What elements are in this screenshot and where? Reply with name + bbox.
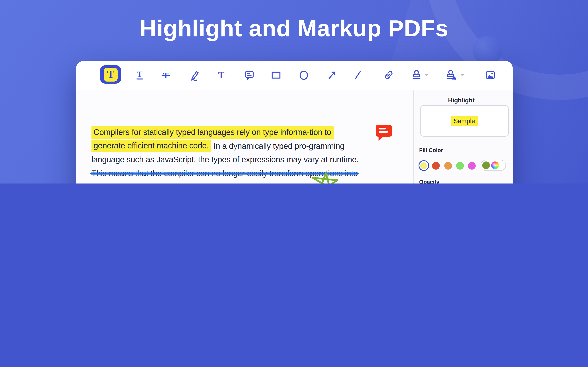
color-swatch-green[interactable] [456, 162, 464, 169]
ellipse-icon [298, 70, 309, 81]
svg-text:T: T [137, 70, 143, 79]
page-title: Highlight and Markup PDFs [0, 15, 588, 42]
swatch-dot [420, 162, 427, 169]
star-annotation[interactable] [312, 173, 338, 184]
color-swatch-magenta[interactable] [468, 162, 476, 169]
highlight-tool-button[interactable]: T [100, 65, 121, 83]
fill-color-label: Fill Color [419, 147, 443, 153]
add-text-icon: T [216, 70, 227, 81]
color-swatch-orange[interactable] [444, 162, 452, 169]
highlight-properties-panel: Highlight Sample Fill Color Opacity [414, 90, 513, 184]
comment-tool-icon [244, 70, 255, 81]
text-run: language such as JavaScript, the types o… [91, 155, 359, 165]
arrow-tool-button[interactable] [323, 67, 341, 84]
line-tool-button[interactable] [349, 67, 367, 84]
text-line: language such as JavaScript, the types o… [91, 153, 359, 167]
rectangle-icon [271, 70, 281, 81]
image-tool-button[interactable] [481, 67, 499, 84]
stamp-tool-button[interactable] [407, 67, 425, 84]
color-swatch-yellow-selected[interactable] [418, 160, 429, 171]
highlight-tool-icon: T [104, 67, 118, 81]
sample-highlighted-text: Sample [450, 116, 478, 126]
custom-stamp-icon [445, 70, 457, 81]
rectangle-tool-button[interactable] [267, 67, 285, 84]
highlight-annotation[interactable]: Compilers for statically typed languages… [91, 126, 334, 139]
sample-preview-box: Sample [420, 105, 509, 137]
stamp-dropdown-caret[interactable] [424, 74, 428, 76]
highlight-annotation[interactable]: generate efficient machine code. [91, 140, 211, 152]
annotation-toolbar: T T T [76, 61, 513, 90]
pdf-page: Compilers for statically typed languages… [76, 90, 413, 184]
pencil-icon [190, 70, 200, 81]
underline-tool-button[interactable]: T [131, 67, 149, 84]
text-line: generate efficient machine code. In a dy… [91, 139, 359, 153]
stamp-icon [411, 70, 422, 81]
color-wheel-picker-icon[interactable] [491, 161, 499, 169]
text-line: Compilers for statically typed languages… [91, 125, 359, 139]
line-icon [352, 70, 363, 81]
strikethrough-tool-button[interactable]: T [157, 67, 175, 84]
ellipse-tool-button[interactable] [295, 67, 313, 84]
custom-stamp-dropdown-caret[interactable] [460, 74, 464, 76]
comment-tool-button[interactable] [241, 67, 259, 84]
text-run: In a dynamically typed pro-gramming [211, 142, 345, 151]
custom-stamp-tool-button[interactable] [442, 67, 460, 84]
link-icon [383, 70, 394, 81]
svg-text:T: T [218, 70, 225, 80]
comment-annotation[interactable] [376, 125, 392, 143]
marketing-banner: Highlight and Markup PDFs T T T [0, 0, 588, 184]
link-tool-button[interactable] [380, 67, 398, 84]
pdf-editor-window: T T T [76, 61, 513, 184]
text-tool-button[interactable]: T [212, 67, 230, 84]
pencil-tool-button[interactable] [186, 67, 204, 84]
insert-image-icon [485, 70, 496, 81]
comment-icon [376, 125, 392, 142]
opacity-label: Opacity [419, 179, 439, 184]
color-swatch-red[interactable] [432, 162, 440, 169]
text-run: machine instructions that operate on one… [91, 183, 284, 184]
color-swatch-olive[interactable] [482, 161, 490, 169]
arrow-icon [327, 70, 337, 81]
strikethrough-text-icon: T [160, 70, 171, 81]
panel-title: Highlight [414, 97, 509, 104]
underline-text-icon: T [134, 70, 145, 81]
star-icon [312, 173, 338, 184]
strikethrough-annotation[interactable]: machine instructions that operate on one… [91, 183, 284, 184]
custom-color-group [480, 160, 506, 171]
